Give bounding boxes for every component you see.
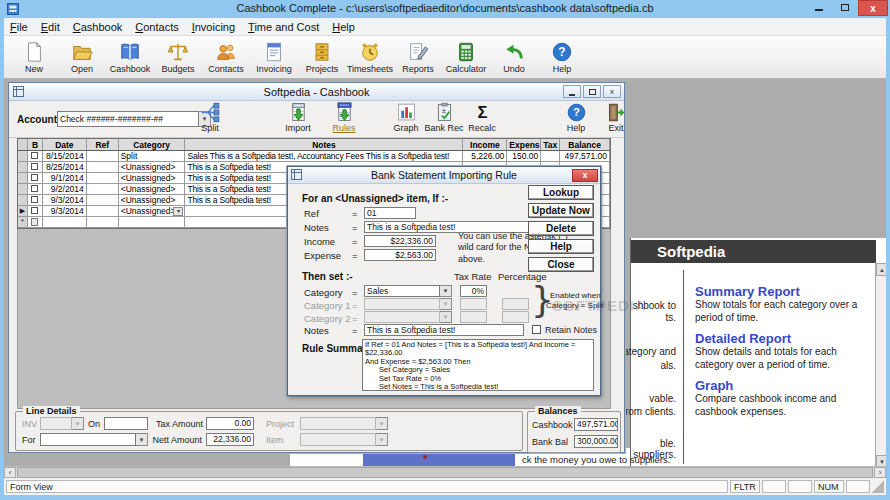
- toolbar-button-timesheets[interactable]: Timesheets: [348, 37, 392, 77]
- menu-item-edit[interactable]: Edit: [41, 21, 60, 33]
- toolbar-button-projects[interactable]: Projects: [300, 37, 344, 77]
- toolbar-button-open[interactable]: Open: [60, 37, 104, 77]
- dialog-close-button[interactable]: x: [572, 169, 598, 182]
- category-combo-arrow[interactable]: ▾: [173, 207, 183, 216]
- category-cell[interactable]: [119, 217, 186, 227]
- category-cell[interactable]: Split: [119, 151, 186, 161]
- ref-cell[interactable]: [87, 195, 119, 205]
- row-checkbox[interactable]: [31, 174, 38, 181]
- bank-rec-cell[interactable]: [28, 151, 43, 161]
- toolbar-button-contacts[interactable]: Contacts: [204, 37, 248, 77]
- menu-item-help[interactable]: Help: [332, 21, 355, 33]
- cashbook-help-button[interactable]: ? Help: [555, 102, 597, 137]
- close-button[interactable]: x: [858, 0, 888, 16]
- menu-item-time-and-cost[interactable]: Time and Cost: [248, 21, 319, 33]
- cashbook-close-button[interactable]: x: [603, 85, 621, 98]
- horizontal-scrollbar[interactable]: ‹ ›: [4, 466, 886, 478]
- category-combo[interactable]: Sales▾: [364, 285, 452, 297]
- column-header-tax[interactable]: Tax: [541, 139, 560, 150]
- ref-cell[interactable]: [87, 151, 119, 161]
- column-header-expense[interactable]: Expense: [507, 139, 541, 150]
- column-header-b[interactable]: B: [28, 139, 43, 150]
- column-header-balance[interactable]: Balance: [560, 139, 610, 150]
- menu-item-contacts[interactable]: Contacts: [135, 21, 178, 33]
- retain-notes-checkbox[interactable]: [532, 325, 541, 334]
- column-header-date[interactable]: Date: [43, 139, 87, 150]
- graph-button[interactable]: Graph: [385, 102, 427, 137]
- toolbar-button-undo[interactable]: Undo: [492, 37, 536, 77]
- close-button[interactable]: Close: [528, 257, 594, 272]
- split-button[interactable]: Split: [189, 102, 231, 137]
- expense-cell[interactable]: 150.00: [507, 151, 541, 161]
- minimize-button[interactable]: [806, 0, 832, 15]
- table-row[interactable]: 8/15/2014SplitSales This is a Softpedia …: [18, 151, 610, 162]
- toolbar-button-invoicing[interactable]: Invoicing: [252, 37, 296, 77]
- bank-rec-cell[interactable]: [28, 195, 43, 205]
- set-notes-input[interactable]: This is a Softpedia test!: [364, 324, 524, 336]
- scroll-down-arrow[interactable]: ▼: [876, 455, 886, 466]
- scroll-up-arrow[interactable]: ▲: [876, 263, 886, 276]
- category-cell[interactable]: <Unassigned>▾: [119, 206, 186, 216]
- delete-button[interactable]: Delete: [528, 221, 594, 236]
- column-header-notes[interactable]: Notes: [185, 139, 463, 150]
- row-checkbox[interactable]: [31, 152, 38, 159]
- menu-item-cashbook[interactable]: Cashbook: [73, 21, 123, 33]
- cashbook-minimize-button[interactable]: [563, 85, 581, 98]
- ref-cell[interactable]: [87, 173, 119, 183]
- bank-rec-cell[interactable]: [28, 162, 43, 172]
- rules-button[interactable]: Rules: [323, 102, 365, 137]
- date-cell[interactable]: [43, 217, 87, 227]
- expense-input[interactable]: $2,563.00: [364, 249, 436, 261]
- scroll-right-arrow[interactable]: ›: [874, 467, 886, 478]
- for-combo[interactable]: ▾: [40, 433, 148, 446]
- row-checkbox[interactable]: [31, 196, 38, 203]
- tax-cell[interactable]: [541, 151, 560, 161]
- toolbar-button-cashbook[interactable]: Cashbook: [108, 37, 152, 77]
- maximize-button[interactable]: [832, 0, 858, 15]
- row-selector-header[interactable]: [18, 139, 28, 150]
- column-header-ref[interactable]: Ref: [87, 139, 119, 150]
- detailed-report-link[interactable]: Detailed Report: [695, 331, 791, 346]
- income-input[interactable]: $22,336.00: [364, 235, 436, 247]
- date-cell[interactable]: 8/15/2014: [43, 151, 87, 161]
- column-header-income[interactable]: Income: [463, 139, 507, 150]
- row-checkbox[interactable]: [31, 207, 38, 214]
- lookup-button[interactable]: Lookup: [528, 185, 594, 200]
- cashbook-restore-button[interactable]: [583, 85, 601, 98]
- bank-rec-button[interactable]: ± Bank Rec: [423, 102, 465, 137]
- bank-rec-cell[interactable]: [28, 217, 43, 227]
- category-tax-rate-input[interactable]: 0%: [460, 285, 487, 297]
- summary-report-link[interactable]: Summary Report: [695, 284, 800, 299]
- nett-amount-field[interactable]: 22,336.00: [206, 433, 254, 446]
- ref-cell[interactable]: [87, 184, 119, 194]
- update-now-button[interactable]: Update Now: [528, 203, 594, 218]
- import-button[interactable]: Import: [277, 102, 319, 137]
- column-header-category[interactable]: Category: [119, 139, 186, 150]
- menu-item-invoicing[interactable]: Invoicing: [192, 21, 235, 33]
- bank-rec-cell[interactable]: [28, 184, 43, 194]
- date-cell[interactable]: 9/3/2014: [43, 206, 87, 216]
- menu-item-file[interactable]: File: [10, 21, 28, 33]
- graph-link[interactable]: Graph: [695, 378, 733, 393]
- toolbar-button-new[interactable]: New: [12, 37, 56, 77]
- row-checkbox[interactable]: [31, 185, 38, 192]
- category-cell[interactable]: <Unassigned>: [119, 184, 186, 194]
- date-cell[interactable]: 9/1/2014: [43, 173, 87, 183]
- income-cell[interactable]: 5,226.00: [463, 151, 507, 161]
- scroll-left-arrow[interactable]: ‹: [4, 467, 16, 478]
- toolbar-button-help[interactable]: ? Help: [540, 37, 584, 77]
- ref-cell[interactable]: [87, 217, 119, 227]
- date-cell[interactable]: 8/25/2014: [43, 162, 87, 172]
- resize-grip[interactable]: [872, 481, 884, 493]
- tax-amount-field[interactable]: 0.00: [206, 417, 254, 430]
- bank-rec-cell[interactable]: [28, 173, 43, 183]
- account-value[interactable]: Check ######-#######-##: [57, 111, 199, 127]
- category-cell[interactable]: <Unassigned>: [119, 162, 186, 172]
- help-button[interactable]: Help: [528, 239, 594, 254]
- scrollbar-thumb[interactable]: [17, 467, 873, 478]
- notes-cell[interactable]: Sales This is a Softpedia test!, Account…: [185, 151, 463, 161]
- toolbar-button-budgets[interactable]: Budgets: [156, 37, 200, 77]
- home-scrollbar[interactable]: ▲ ▼: [875, 263, 886, 466]
- date-cell[interactable]: 9/3/2014: [43, 195, 87, 205]
- exit-button[interactable]: Exit: [595, 102, 637, 137]
